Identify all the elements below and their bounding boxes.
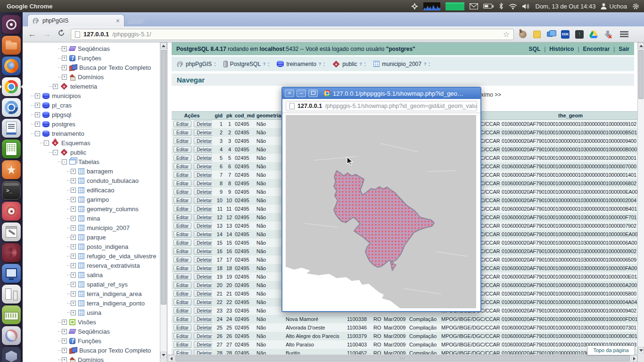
- badge-icon[interactable]: [411, 3, 418, 10]
- popup-minimize-button[interactable]: –: [297, 90, 306, 97]
- tree-expander-icon[interactable]: +: [62, 338, 67, 344]
- editar-button[interactable]: Editar: [173, 180, 191, 187]
- editar-button[interactable]: Editar: [173, 333, 191, 339]
- tree-label[interactable]: Funções: [78, 55, 101, 62]
- deletar-button[interactable]: Deletar: [194, 239, 212, 246]
- deletar-button[interactable]: Deletar: [194, 307, 212, 314]
- editar-button[interactable]: Editar: [173, 316, 191, 322]
- editar-button[interactable]: Editar: [173, 189, 191, 195]
- tree-expander-icon[interactable]: +: [62, 74, 67, 80]
- download-manager-extension-icon[interactable]: [603, 30, 612, 39]
- proxy-extension-icon[interactable]: [575, 30, 584, 39]
- tree-label[interactable]: treinamento: [52, 130, 84, 137]
- cpu-graph-icon[interactable]: [423, 2, 440, 10]
- toplink-sair[interactable]: Sair: [619, 46, 629, 52]
- launcher-chrome[interactable]: [2, 77, 21, 96]
- editar-button[interactable]: Editar: [173, 299, 191, 305]
- tree-expander-icon[interactable]: +: [35, 122, 40, 127]
- tree-label[interactable]: Seqüências: [78, 328, 110, 335]
- tree-label[interactable]: Busca por Texto Completo: [79, 347, 151, 354]
- toplink-hist-rico[interactable]: Histórico: [549, 46, 574, 52]
- deletar-button[interactable]: Deletar: [194, 222, 212, 229]
- tree-expander-icon[interactable]: +: [35, 93, 40, 99]
- forward-button[interactable]: →: [41, 29, 52, 39]
- tree-label[interactable]: postgres: [52, 121, 75, 128]
- editar-button[interactable]: Editar: [173, 256, 191, 263]
- clock[interactable]: Dom, 13 de Out 14:43: [536, 3, 596, 10]
- tree-expander-icon[interactable]: +: [71, 301, 76, 306]
- editar-button[interactable]: Editar: [173, 222, 191, 229]
- deletar-button[interactable]: Deletar: [194, 290, 212, 297]
- scroll-right-button[interactable]: [631, 355, 637, 362]
- tree-label[interactable]: barragem: [87, 168, 113, 175]
- tree-expander-icon[interactable]: +: [62, 56, 67, 61]
- volume-icon[interactable]: [522, 3, 530, 9]
- deletar-button[interactable]: Deletar: [194, 333, 212, 339]
- editar-button[interactable]: Editar: [173, 155, 191, 161]
- editar-button[interactable]: Editar: [173, 172, 191, 178]
- sidebar-scrollbar[interactable]: [160, 42, 167, 362]
- tree-expander-icon[interactable]: +: [71, 197, 76, 202]
- crumb-link[interactable]: phpPgGIS: [186, 61, 212, 67]
- tree-expander-icon[interactable]: +: [62, 329, 67, 334]
- tree-label[interactable]: plpgsql: [52, 111, 71, 118]
- tree-label[interactable]: public: [70, 149, 86, 156]
- tree-expander-icon[interactable]: +: [71, 310, 76, 315]
- tree-label[interactable]: salina: [87, 272, 103, 279]
- url-bar[interactable]: 127.0.0.1 /phppggis-5.1/ ☆: [71, 29, 514, 40]
- tree-label[interactable]: usina: [87, 309, 101, 316]
- scroll-down-button[interactable]: [638, 347, 644, 354]
- tree-label[interactable]: mina: [87, 215, 100, 222]
- scroll-up-button[interactable]: [160, 42, 167, 49]
- crumb-link[interactable]: municipio_2007: [382, 61, 421, 67]
- deletar-button[interactable]: Deletar: [194, 248, 212, 255]
- launcher-files[interactable]: [2, 36, 21, 55]
- deletar-button[interactable]: Deletar: [194, 256, 212, 263]
- tree-expander-icon[interactable]: +: [35, 103, 40, 108]
- toplink-sql[interactable]: SQL: [529, 46, 541, 52]
- tree-expander-icon[interactable]: +: [71, 244, 76, 249]
- deletar-button[interactable]: Deletar: [194, 180, 212, 187]
- launcher-libreoffice-calc[interactable]: [2, 140, 21, 158]
- tree-label[interactable]: Seqüências: [78, 45, 110, 52]
- launcher-chromium[interactable]: [2, 98, 21, 117]
- tree-expander-icon[interactable]: +: [71, 225, 76, 230]
- tree-expander-icon[interactable]: +: [71, 282, 76, 287]
- new-tab-button[interactable]: [127, 16, 146, 24]
- editar-button[interactable]: Editar: [173, 282, 191, 288]
- tree-expander-icon[interactable]: -: [44, 140, 49, 146]
- deletar-button[interactable]: Deletar: [194, 282, 212, 288]
- editar-button[interactable]: Editar: [173, 307, 191, 314]
- chrome-menu-icon[interactable]: [619, 30, 630, 39]
- tree-label[interactable]: municipio_2007: [87, 224, 130, 231]
- launcher-keyboard[interactable]: [2, 305, 21, 324]
- bluetooth-icon[interactable]: [499, 3, 504, 9]
- tree-expander-icon[interactable]: +: [71, 263, 76, 268]
- deletar-button[interactable]: Deletar: [194, 189, 212, 195]
- help-link[interactable]: ?: [319, 62, 321, 66]
- deletar-button[interactable]: Deletar: [194, 155, 212, 161]
- wifi-icon[interactable]: [509, 3, 517, 9]
- tab-close-icon[interactable]: ×: [116, 17, 120, 24]
- tree-label[interactable]: Domínios: [78, 74, 104, 81]
- tree-expander-icon[interactable]: +: [62, 348, 67, 353]
- editar-button[interactable]: Editar: [173, 265, 191, 272]
- tree-label[interactable]: terra_indigena_ponto: [87, 300, 145, 307]
- tree-label[interactable]: edificacao: [87, 187, 115, 194]
- popup-url-box[interactable]: 127.0.0.1 /phppggis-5.1/showmap.php?id_g…: [286, 101, 477, 111]
- editar-button[interactable]: Editar: [173, 290, 191, 297]
- tree-label[interactable]: terra_indigena_area: [87, 290, 141, 297]
- launcher-firefox[interactable]: [2, 57, 21, 75]
- tree-expander-icon[interactable]: +: [62, 65, 67, 70]
- tree-expander-icon[interactable]: -: [35, 131, 40, 136]
- editar-button[interactable]: Editar: [173, 129, 191, 136]
- deletar-button[interactable]: Deletar: [194, 172, 212, 178]
- editar-button[interactable]: Editar: [173, 214, 191, 221]
- deletar-button[interactable]: Deletar: [194, 324, 212, 331]
- tree-label[interactable]: Domínios: [78, 356, 104, 362]
- back-to-top-link[interactable]: Topo da página: [587, 346, 635, 355]
- tree-label[interactable]: municipios: [52, 92, 81, 99]
- scroll-left-button[interactable]: [168, 355, 174, 362]
- deletar-button[interactable]: Deletar: [194, 197, 212, 204]
- deletar-button[interactable]: Deletar: [194, 146, 212, 153]
